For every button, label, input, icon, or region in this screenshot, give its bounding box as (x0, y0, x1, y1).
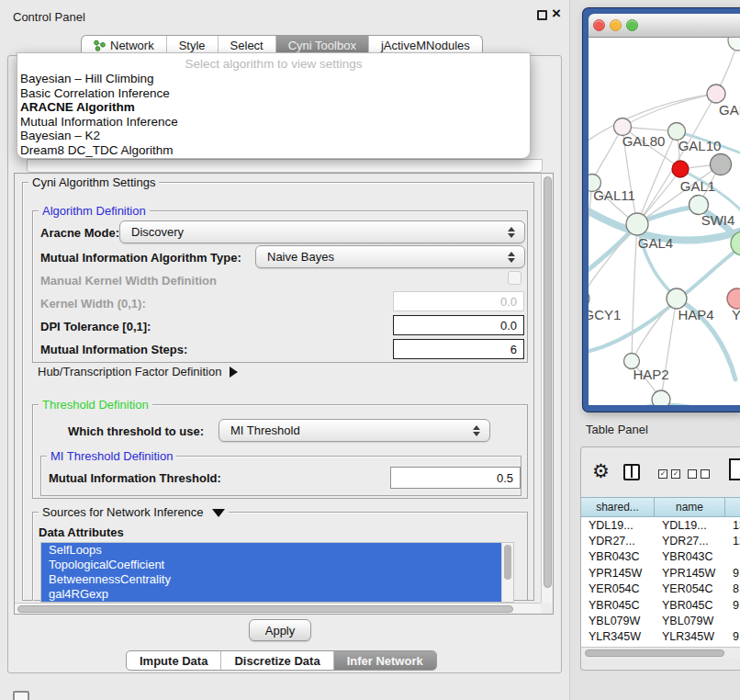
screen: Control Panel × NetworkStyleSelectCyni T… (0, 0, 740, 700)
vertical-scrollbar[interactable] (541, 174, 554, 603)
mi-algo-type-label: Mutual Information Algorithm Type: (40, 251, 241, 265)
table-cell: YBL079W (655, 615, 725, 627)
table-row[interactable]: YLR345WYLR345W9. (581, 629, 740, 645)
gear-icon[interactable]: ⚙ (592, 460, 610, 482)
split-column-icon[interactable] (623, 464, 640, 480)
which-threshold-label: Which threshold to use: (68, 424, 204, 438)
table-cell: YBR043C (581, 550, 655, 563)
bottom-tab-infer-network[interactable]: Infer Network (334, 651, 436, 670)
network-node-gal4[interactable] (626, 213, 648, 235)
stepper-arrows-icon (508, 252, 515, 263)
zoom-traffic-light-icon[interactable] (626, 19, 638, 31)
horizontal-scrollbar-thumb[interactable] (17, 605, 513, 613)
list-vertical-scrollbar[interactable] (501, 543, 513, 602)
threshold-definition-group: Threshold Definition Which threshold to … (32, 404, 528, 499)
column-header-name[interactable]: name (655, 497, 725, 517)
network-table-combo[interactable] (27, 159, 543, 173)
node-label-gal4: GAL4 (638, 235, 673, 251)
network-window-titlebar[interactable] (589, 14, 740, 38)
network-node[interactable] (711, 154, 732, 175)
aracne-mode-label: Aracne Mode: (40, 226, 119, 240)
table-row[interactable]: YBR045CYBR045C9. (581, 597, 740, 613)
select-all-icon[interactable]: ✓ ✓ (658, 469, 680, 479)
sources-title-label: Sources for Network Inference (42, 505, 204, 519)
document-icon[interactable] (729, 458, 740, 480)
algorithm-option-bayesian-hill-climbing[interactable]: Bayesian – Hill Climbing (17, 72, 530, 86)
network-node-y[interactable] (727, 288, 740, 309)
network-node-hap4[interactable] (667, 288, 687, 309)
horizontal-scrollbar[interactable] (15, 603, 541, 615)
bottom-tab-impute-data[interactable]: Impute Data (127, 651, 221, 670)
table-cell: YBR045C (581, 599, 655, 612)
aracne-mode-select[interactable]: Discovery (119, 220, 525, 243)
table-row[interactable]: YDL19...YDL19...13 (581, 517, 740, 533)
network-node[interactable] (728, 38, 740, 51)
threshold-definition-title: Threshold Definition (39, 398, 152, 412)
expand-right-icon (230, 367, 238, 378)
which-threshold-select[interactable]: MI Threshold (219, 419, 490, 442)
network-icon (94, 40, 106, 51)
column-header-shared[interactable]: shared... (581, 497, 655, 517)
table-body: YDL19...YDL19...13YDR27...YDR27...12YBR0… (581, 517, 740, 647)
cyni-algorithm-settings-group: Cyni Algorithm Settings Algorithm Defini… (22, 182, 534, 601)
manual-kernel-width-checkbox[interactable] (508, 271, 521, 285)
data-attributes-list[interactable]: SelfLoopsTopologicalCoefficientBetweenne… (40, 542, 514, 603)
vertical-scrollbar-thumb[interactable] (544, 176, 552, 588)
algorithm-option-mutual-information-inference[interactable]: Mutual Information Inference (17, 115, 530, 130)
table-row[interactable]: YPR145WYPR145W9. (581, 565, 740, 581)
table-horizontal-scrollbar[interactable] (581, 647, 740, 659)
right-panel: GALGAL80GAL10GAL1GAL11SWI4GAL4GCY1HAP4YH… (569, 0, 740, 700)
algorithm-option-basic-correlation-inference[interactable]: Basic Correlation Inference (17, 86, 530, 101)
kernel-width-value: 0.0 (500, 295, 517, 309)
hub-definition-expander[interactable]: Hub/Transcription Factor Definition (38, 365, 238, 378)
table-cell: YPR145W (581, 567, 655, 580)
table-cell: 9. (725, 599, 740, 612)
sources-group: Sources for Network Inference Data Attri… (32, 512, 528, 601)
table-row[interactable]: YBR043CYBR043C (581, 549, 740, 565)
column-header-clipped[interactable] (725, 497, 740, 517)
node-label-y: Y (732, 307, 740, 322)
network-node[interactable] (652, 390, 670, 405)
table-cell: 8. (725, 582, 740, 595)
table-row[interactable]: YDR27...YDR27...12 (581, 533, 740, 548)
source-item-gal4rgexp[interactable]: gal4RGexp (41, 587, 513, 602)
source-item-topologicalcoefficient[interactable]: TopologicalCoefficient (41, 558, 513, 572)
source-item-betweennesscentrality[interactable]: BetweennessCentrality (41, 572, 513, 587)
close-icon[interactable]: × (552, 5, 561, 23)
minimize-traffic-light-icon[interactable] (610, 19, 622, 31)
hub-definition-label: Hub/Transcription Factor Definition (38, 365, 221, 378)
mi-steps-input[interactable]: 6 (393, 339, 524, 359)
network-node-gal[interactable] (707, 85, 725, 103)
float-window-icon[interactable] (537, 10, 547, 20)
mi-algo-type-select[interactable]: Naive Bayes (255, 245, 525, 268)
table-cell: YBR045C (655, 599, 725, 612)
algorithm-option-dream8-dc-tdc-algorithm[interactable]: Dream8 DC_TDC Algorithm (17, 143, 530, 158)
mi-threshold-input[interactable]: 0.5 (390, 467, 521, 489)
deselect-all-icon[interactable] (688, 469, 710, 479)
manual-kernel-width-label: Manual Kernel Width Definition (40, 274, 217, 288)
apply-button[interactable]: Apply (249, 619, 311, 641)
algorithm-option-aracne-algorithm[interactable]: ARACNE Algorithm (17, 100, 530, 115)
table-row[interactable]: YBL079WYBL079W (581, 613, 740, 628)
network-canvas[interactable]: GALGAL80GAL10GAL1GAL11SWI4GAL4GCY1HAP4YH… (589, 38, 740, 405)
algorithm-option-bayesian-k2[interactable]: Bayesian – K2 (17, 129, 530, 143)
dpi-tolerance-input[interactable]: 0.0 (393, 315, 524, 335)
kernel-width-input[interactable]: 0.0 (393, 291, 524, 311)
dock-panel-icon[interactable] (13, 691, 29, 700)
table-scrollbar-thumb[interactable] (585, 649, 724, 657)
sources-title[interactable]: Sources for Network Inference (39, 505, 229, 519)
close-traffic-light-icon[interactable] (593, 19, 605, 31)
bottom-tab-discretize-data[interactable]: Discretize Data (221, 651, 333, 670)
kernel-width-label: Kernel Width (0,1): (40, 297, 146, 310)
node-label-gal: GAL (719, 102, 740, 118)
table-cell: YPR145W (655, 567, 725, 580)
list-scrollbar-thumb[interactable] (504, 545, 511, 580)
network-node-gal1[interactable] (672, 161, 689, 177)
network-graph[interactable]: GALGAL80GAL10GAL1GAL11SWI4GAL4GCY1HAP4YH… (589, 38, 740, 405)
table-row[interactable]: YER054CYER054C8. (581, 581, 740, 597)
source-item-selfloops[interactable]: SelfLoops (41, 543, 513, 558)
network-view-window[interactable]: GALGAL80GAL10GAL1GAL11SWI4GAL4GCY1HAP4YH… (582, 7, 740, 412)
mi-steps-label: Mutual Information Steps: (40, 343, 187, 356)
network-node-gcy1[interactable] (589, 289, 589, 308)
table-cell: YER054C (581, 582, 655, 595)
